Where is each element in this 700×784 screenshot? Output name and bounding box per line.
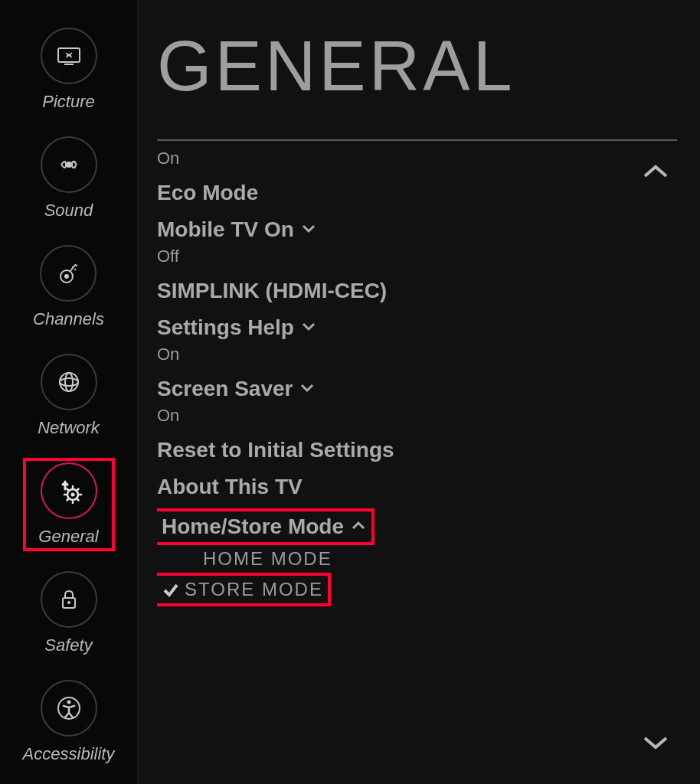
row-label: SIMPLINK (HDMI-CEC)	[157, 279, 677, 303]
scroll-up-icon[interactable]	[642, 162, 669, 184]
check-icon	[162, 581, 180, 598]
main-panel: GENERAL On Eco Mode Mobile TV On Off	[138, 0, 700, 784]
option-store-mode[interactable]: STORE MODE	[162, 579, 323, 600]
option-label: STORE MODE	[185, 579, 323, 600]
accessibility-icon	[41, 680, 97, 737]
row-value: On	[157, 345, 677, 364]
sidebar-item-label: Network	[38, 418, 100, 438]
row-value: Off	[157, 247, 677, 266]
sidebar-item-accessibility[interactable]: Accessibility	[23, 675, 115, 769]
row-label: Home/Store Mode	[162, 514, 344, 538]
prev-row-value: On	[157, 149, 677, 173]
sidebar-item-label: Picture	[42, 92, 94, 112]
sidebar-item-picture[interactable]: Picture	[41, 23, 97, 116]
svg-point-9	[72, 266, 74, 268]
sidebar-item-label: Sound	[44, 201, 93, 220]
row-mobile-tv[interactable]: Mobile TV On Off	[157, 210, 677, 271]
svg-point-5	[74, 167, 76, 168]
sidebar-item-label: Channels	[33, 309, 104, 329]
option-home-mode[interactable]: HOME MODE	[157, 544, 677, 574]
svg-rect-2	[64, 64, 74, 65]
highlight-box: STORE MODE	[157, 576, 328, 603]
row-reset[interactable]: Reset to Initial Settings	[157, 430, 677, 467]
svg-point-7	[64, 274, 69, 279]
settings-list: On Eco Mode Mobile TV On Off SIMPLINK (H…	[157, 149, 677, 769]
row-about[interactable]: About This TV	[157, 467, 677, 504]
row-label: Eco Mode	[157, 181, 677, 205]
sound-icon	[41, 136, 97, 193]
channels-icon	[40, 245, 96, 302]
chevron-down-icon	[299, 377, 316, 401]
row-screen-saver[interactable]: Screen Saver On	[157, 369, 677, 430]
chevron-down-icon	[300, 315, 317, 340]
row-eco-mode[interactable]: Eco Mode	[157, 173, 677, 210]
sidebar-item-label: General	[38, 527, 98, 547]
row-label: About This TV	[157, 475, 677, 499]
row-value: On	[157, 406, 677, 426]
svg-point-11	[74, 269, 76, 270]
scroll-down-icon[interactable]	[642, 733, 669, 755]
chevron-up-icon	[350, 517, 367, 537]
sidebar-item-safety[interactable]: Safety	[41, 567, 97, 660]
svg-point-18	[67, 601, 70, 604]
row-simplink[interactable]: SIMPLINK (HDMI-CEC)	[157, 271, 677, 308]
safety-icon	[41, 571, 97, 628]
svg-point-4	[74, 161, 76, 162]
divider	[157, 139, 677, 141]
sidebar-item-network[interactable]: Network	[38, 349, 100, 443]
sidebar-item-channels[interactable]: Channels	[33, 240, 104, 334]
row-label: Screen Saver	[157, 377, 293, 401]
svg-point-3	[66, 162, 72, 168]
svg-point-13	[60, 378, 78, 386]
svg-point-20	[67, 701, 70, 704]
svg-point-16	[70, 493, 74, 497]
chevron-down-icon	[300, 217, 317, 242]
settings-sidebar: Picture Sound Channels Network	[0, 0, 138, 784]
page-title: GENERAL	[157, 15, 677, 139]
svg-point-12	[60, 373, 78, 391]
picture-icon	[41, 28, 97, 84]
sidebar-item-general[interactable]: General	[23, 458, 115, 551]
option-label: HOME MODE	[203, 548, 332, 570]
general-icon	[41, 462, 97, 519]
row-home-store-mode[interactable]: Home/Store Mode	[157, 504, 677, 544]
sidebar-item-sound[interactable]: Sound	[41, 132, 97, 225]
highlight-box: Home/Store Mode	[157, 511, 371, 542]
row-settings-help[interactable]: Settings Help On	[157, 308, 677, 369]
svg-point-10	[76, 265, 77, 266]
svg-point-14	[65, 373, 73, 391]
network-icon	[41, 354, 97, 410]
sidebar-item-label: Safety	[44, 635, 92, 655]
row-label: Mobile TV On	[157, 217, 294, 242]
row-label: Settings Help	[157, 315, 294, 340]
sidebar-item-label: Accessibility	[23, 744, 115, 764]
row-label: Reset to Initial Settings	[157, 438, 677, 462]
